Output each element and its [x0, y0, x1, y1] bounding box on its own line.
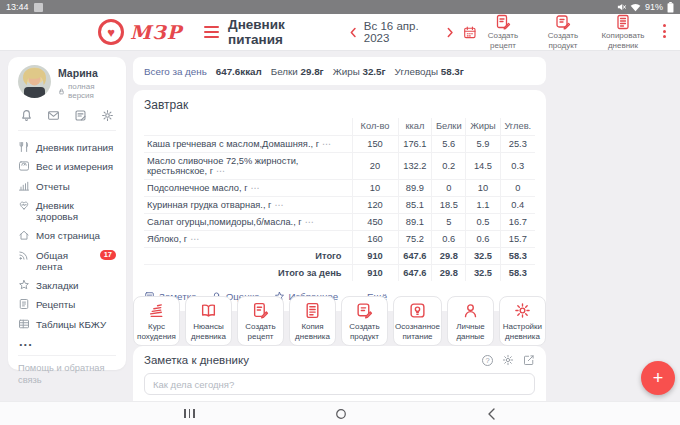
- food-row[interactable]: Подсолнечное масло, г⋯ 1089.90100: [144, 180, 535, 197]
- sidebar-item-weight[interactable]: Вес и измерения: [18, 157, 116, 176]
- sidebar-item-feed[interactable]: Общая лента 17: [18, 246, 116, 277]
- sidebar: Марина полная версия Дневник питания Вес…: [8, 57, 126, 370]
- copy-diary-button[interactable]: Копировать дневник: [597, 14, 649, 49]
- col-kcal: ккал: [398, 118, 432, 136]
- col-protein: Белки: [432, 118, 466, 136]
- food-row[interactable]: Масло сливочное 72,5% жирности, крестьян…: [144, 153, 535, 180]
- col-qty: Кол-во: [352, 118, 398, 136]
- create-product-icon: [555, 14, 571, 30]
- sidebar-divider: [18, 355, 116, 356]
- row-more-icon[interactable]: ⋯: [305, 217, 315, 227]
- copy-diary-icon: [615, 14, 631, 30]
- calendar-icon[interactable]: [463, 25, 477, 40]
- person-icon: [462, 302, 479, 319]
- shortcut-weight-loss-course[interactable]: Курс похудения: [133, 296, 180, 346]
- mail-icon[interactable]: [47, 109, 60, 122]
- day-carbs: Углеводы 58.3г: [395, 66, 464, 77]
- sidebar-item-bookmarks[interactable]: Закладки: [18, 276, 116, 295]
- col-carbs: Углев.: [500, 118, 535, 136]
- gear-icon: [514, 302, 531, 319]
- sidebar-item-reports[interactable]: Отчеты: [18, 177, 116, 196]
- help-icon[interactable]: ?: [482, 355, 493, 366]
- add-fab-button[interactable]: +: [641, 361, 675, 395]
- profile-block[interactable]: Марина полная версия: [18, 65, 116, 100]
- prev-day-icon[interactable]: [350, 27, 356, 38]
- back-icon[interactable]: [487, 408, 496, 420]
- gear-icon[interactable]: [101, 109, 114, 122]
- day-total-row: Итого за день 910647.629.832.558.3: [144, 265, 535, 282]
- app-logo[interactable]: ♥ МЗР: [98, 19, 182, 45]
- battery-icon: [667, 2, 674, 13]
- create-recipe-icon: [252, 302, 269, 319]
- create-recipe-button[interactable]: Создать рецепт: [477, 14, 529, 49]
- sidebar-item-health-diary[interactable]: Дневник здоровья: [18, 196, 116, 227]
- food-row[interactable]: Каша гречневая с маслом,Домашняя., г⋯ 15…: [144, 136, 535, 153]
- overflow-menu-icon[interactable]: [657, 20, 672, 42]
- breakfast-table: Кол-во ккал Белки Жиры Углев. Каша гречн…: [144, 118, 535, 281]
- shortcut-copy-diary[interactable]: Копия дневника: [289, 296, 336, 346]
- create-recipe-icon: [495, 14, 511, 30]
- heart-icon: [18, 199, 30, 211]
- col-fat: Жиры: [466, 118, 500, 136]
- row-more-icon[interactable]: ⋯: [275, 200, 285, 210]
- shortcut-create-product[interactable]: Создать продукт: [341, 296, 388, 346]
- bulb-icon: [409, 302, 426, 319]
- day-kcal: 647.6ккал: [216, 66, 262, 77]
- next-day-icon[interactable]: [447, 27, 453, 38]
- edit-icon[interactable]: [523, 354, 535, 366]
- day-total-link[interactable]: Всего за день: [144, 66, 207, 77]
- home-icon: [18, 229, 30, 241]
- sidebar-item-recipes[interactable]: Рецепты: [18, 295, 116, 314]
- shortcut-diary-nuances[interactable]: Нюансы дневника: [185, 296, 232, 346]
- rss-icon: [18, 249, 30, 261]
- sidebar-item-food-diary[interactable]: Дневник питания: [18, 138, 116, 157]
- logo-heart-icon: ♥: [98, 19, 124, 45]
- gear-icon[interactable]: [502, 354, 514, 366]
- android-nav-bar: [0, 401, 680, 425]
- row-more-icon[interactable]: ⋯: [322, 139, 332, 149]
- note-input[interactable]: [144, 373, 535, 395]
- scale-icon: [18, 160, 30, 172]
- home-circle-icon[interactable]: [335, 408, 347, 420]
- row-more-icon[interactable]: ⋯: [251, 183, 261, 193]
- shortcut-create-recipe[interactable]: Создать рецепт: [237, 296, 284, 346]
- quick-icons-row: [18, 100, 116, 131]
- shortcut-personal-data[interactable]: Личные данные: [447, 296, 494, 346]
- shortcut-mindful-eating[interactable]: Осознанное питание: [393, 296, 442, 346]
- hamburger-menu-icon[interactable]: [204, 26, 219, 39]
- food-row[interactable]: Салат огурцы,помидоры,б/масла., г⋯ 45089…: [144, 214, 535, 231]
- grid-icon: [18, 318, 30, 330]
- note-icon[interactable]: [74, 109, 87, 122]
- page-title: Дневник питания: [228, 17, 333, 47]
- sidebar-menu: Дневник питания Вес и измерения Отчеты Д…: [18, 138, 116, 353]
- day-summary-bar: Всего за день 647.6ккал Белки 29.8г Жиры…: [133, 57, 546, 85]
- create-product-button[interactable]: Создать продукт: [537, 14, 589, 49]
- shortcut-diary-settings[interactable]: Настройки дневника: [499, 296, 546, 346]
- recents-icon[interactable]: [184, 409, 194, 418]
- bell-icon[interactable]: [20, 109, 33, 122]
- avatar[interactable]: [18, 65, 51, 98]
- cutlery-icon: [18, 141, 30, 153]
- status-bar: 13:44 91%: [0, 0, 680, 14]
- app-header: ♥ МЗР Дневник питания Вс 16 апр. 2023 Со…: [0, 14, 680, 51]
- battery-percent: 91%: [645, 2, 663, 12]
- screenshot-icon: [34, 3, 43, 12]
- day-protein: Белки 29.8г: [271, 66, 324, 77]
- sidebar-item-more[interactable]: ...: [18, 334, 116, 353]
- logo-text: МЗР: [130, 21, 182, 43]
- diary-note-card: Заметка к дневнику ?: [133, 346, 546, 404]
- current-date[interactable]: Вс 16 апр. 2023: [364, 20, 439, 44]
- sidebar-item-my-page[interactable]: Моя страница: [18, 226, 116, 245]
- row-more-icon[interactable]: ⋯: [216, 166, 226, 176]
- row-more-icon[interactable]: ⋯: [190, 234, 200, 244]
- food-row[interactable]: Куринная грудка отварная., г⋯ 12085.118.…: [144, 197, 535, 214]
- help-feedback-link[interactable]: Помощь и обратная связь: [18, 362, 116, 387]
- meal-total-row: Итого 910647.629.832.558.3: [144, 248, 535, 265]
- chart-icon: [18, 180, 30, 192]
- sidebar-item-kbju-tables[interactable]: Таблицы КБЖУ: [18, 315, 116, 334]
- date-navigation: Вс 16 апр. 2023: [350, 20, 454, 44]
- food-row[interactable]: Яблоко, г⋯ 16075.20.60.615.7: [144, 231, 535, 248]
- clock: 13:44: [6, 2, 29, 12]
- create-product-icon: [356, 302, 373, 319]
- recipes-icon: [18, 298, 30, 310]
